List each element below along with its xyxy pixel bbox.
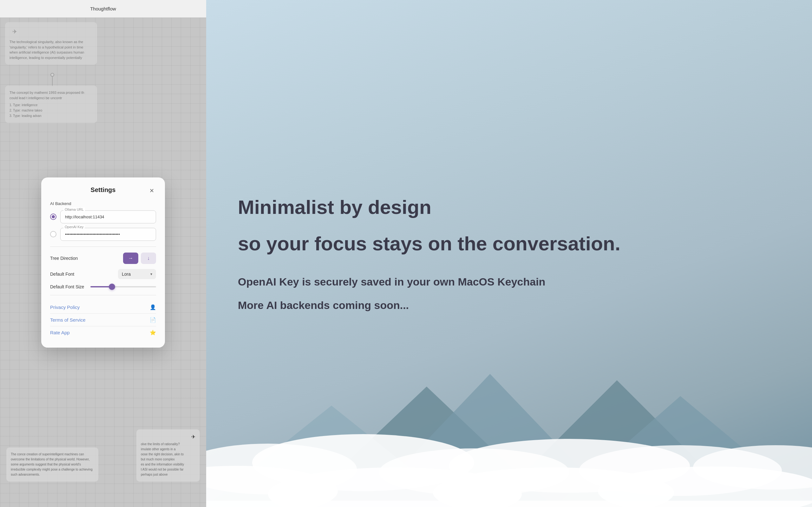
privacy-policy-icon: 👤: [150, 304, 156, 310]
svg-rect-15: [206, 501, 812, 507]
tree-direction-row: Tree Direction → ↓: [50, 252, 156, 264]
modal-title: Settings: [91, 186, 116, 193]
hero-text-container: Minimalist by design so your focus stays…: [238, 195, 780, 311]
rate-app-label: Rate App: [50, 330, 70, 335]
font-size-slider-container: [90, 286, 156, 287]
default-font-row: Default Font Lora ▾: [50, 269, 156, 279]
default-font-size-label: Default Font Size: [50, 284, 84, 289]
openai-input-group: OpenAI Key: [60, 228, 156, 241]
modal-overlay: Settings ✕ AI Backend Ollama URL OpenAI …: [0, 18, 206, 507]
title-bar: Thoughtflow: [0, 0, 206, 18]
terms-of-service-label: Terms of Service: [50, 317, 86, 323]
ollama-input-group: Ollama URL: [60, 210, 156, 223]
rate-app-row[interactable]: Rate App ⭐: [50, 326, 156, 339]
divider-1: [50, 246, 156, 247]
direction-right-button[interactable]: →: [123, 252, 138, 264]
rate-app-icon: ⭐: [150, 330, 156, 336]
left-panel: Thoughtflow ✈ The technological singular…: [0, 0, 206, 507]
hero-headline: Minimalist by design: [238, 195, 780, 219]
ollama-option: Ollama URL: [50, 210, 156, 223]
slider-thumb: [109, 284, 115, 290]
default-font-label: Default Font: [50, 272, 74, 277]
font-value: Lora: [122, 272, 131, 277]
font-size-slider[interactable]: [90, 286, 156, 287]
terms-of-service-icon: 📄: [150, 317, 156, 323]
font-selector[interactable]: Lora ▾: [118, 269, 156, 279]
ai-backend-label: AI Backend: [50, 201, 156, 206]
settings-modal: Settings ✕ AI Backend Ollama URL OpenAI …: [41, 177, 165, 348]
ollama-label: Ollama URL: [63, 208, 85, 211]
hero-subheadline: so your focus stays on the conversation.: [238, 232, 780, 256]
ollama-radio[interactable]: [50, 214, 56, 220]
openai-label: OpenAI Key: [63, 225, 85, 229]
tree-direction-label: Tree Direction: [50, 256, 78, 261]
right-panel: Minimalist by design so your focus stays…: [206, 0, 812, 507]
direction-down-button[interactable]: ↓: [141, 252, 156, 264]
direction-buttons: → ↓: [123, 252, 156, 264]
privacy-policy-label: Privacy Policy: [50, 304, 80, 310]
hero-coming-soon: More AI backends coming soon...: [238, 299, 780, 312]
openai-radio[interactable]: [50, 231, 56, 237]
terms-of-service-row[interactable]: Terms of Service 📄: [50, 314, 156, 326]
openai-option: OpenAI Key: [50, 228, 156, 241]
openai-key-input[interactable]: [60, 228, 156, 241]
divider-2: [50, 295, 156, 295]
chevron-down-icon: ▾: [150, 272, 152, 276]
default-font-size-row: Default Font Size: [50, 284, 156, 289]
close-button[interactable]: ✕: [147, 186, 156, 195]
modal-header: Settings ✕: [50, 186, 156, 193]
hero-feature-keychain: OpenAI Key is securely saved in your own…: [238, 274, 780, 290]
mountain-background: [206, 349, 812, 507]
ollama-url-input[interactable]: [60, 210, 156, 223]
app-title: Thoughtflow: [90, 6, 116, 11]
privacy-policy-row[interactable]: Privacy Policy 👤: [50, 301, 156, 314]
